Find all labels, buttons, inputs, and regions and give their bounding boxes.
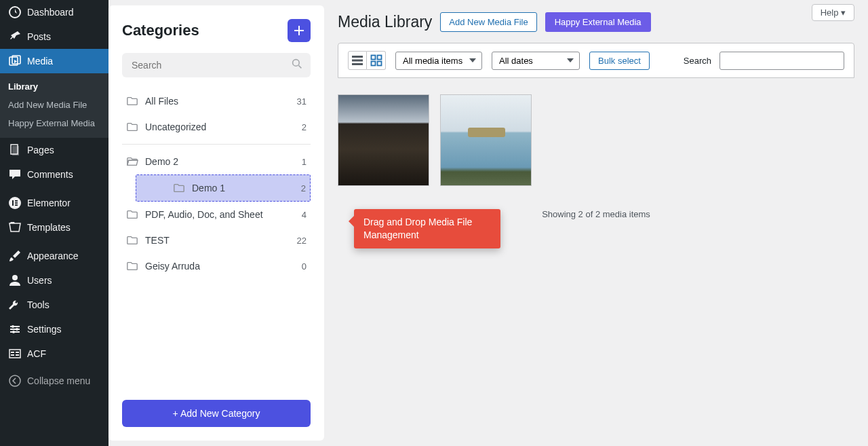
category-item[interactable]: Demo 12 <box>136 174 311 202</box>
category-label: PDF, Audio, Doc, and Sheet <box>145 209 295 220</box>
media-icon <box>8 54 22 68</box>
svg-rect-17 <box>11 352 14 353</box>
menu-label: Users <box>27 275 52 286</box>
media-grid <box>338 78 854 202</box>
folder-icon <box>126 234 138 246</box>
page-title: Media Library <box>338 13 432 31</box>
admin-sidebar: DashboardPostsMediaLibraryAdd New Media … <box>0 0 108 446</box>
svg-rect-23 <box>352 56 363 58</box>
list-icon <box>351 54 363 67</box>
svg-rect-26 <box>371 56 375 60</box>
category-count: 1 <box>302 157 307 167</box>
help-button[interactable]: Help ▾ <box>812 4 854 21</box>
menu-item-templates[interactable]: Templates <box>0 215 108 240</box>
category-label: Demo 2 <box>145 156 295 167</box>
wrench-icon <box>8 298 22 312</box>
media-search: Search <box>684 52 844 70</box>
categories-search-input[interactable] <box>122 53 311 77</box>
category-item[interactable]: Uncategorized2 <box>122 114 311 140</box>
screen-options: Help ▾ <box>812 4 854 21</box>
settings-icon <box>8 322 22 336</box>
list-view-button[interactable] <box>348 51 367 70</box>
add-new-category-button[interactable]: + Add New Category <box>122 400 311 427</box>
categories-header: Categories <box>122 19 311 42</box>
menu-item-elementor[interactable]: Elementor <box>0 191 108 215</box>
svg-rect-7 <box>15 202 18 204</box>
category-divider <box>122 144 311 145</box>
folder-icon <box>126 95 138 107</box>
category-label: All Files <box>145 96 290 107</box>
menu-item-tools[interactable]: Tools <box>0 293 108 317</box>
svg-point-14 <box>16 328 18 331</box>
category-item[interactable]: All Files31 <box>122 88 311 114</box>
folder-icon <box>173 182 185 194</box>
search-icon <box>292 58 302 72</box>
menu-item-pages[interactable]: Pages <box>0 138 108 162</box>
menu-item-settings[interactable]: Settings <box>0 317 108 341</box>
svg-point-21 <box>9 375 20 386</box>
category-item[interactable]: PDF, Audio, Doc, and Sheet4 <box>122 202 311 227</box>
collapse-icon <box>8 374 22 388</box>
add-category-icon-button[interactable] <box>288 19 311 42</box>
submenu-media: LibraryAdd New Media FileHappy External … <box>0 73 108 138</box>
menu-label: Tools <box>27 299 50 310</box>
menu-label: Media <box>27 56 53 67</box>
submenu-item-happy-external-media[interactable]: Happy External Media <box>0 114 108 132</box>
svg-rect-24 <box>352 60 363 62</box>
category-label: Uncategorized <box>145 122 295 132</box>
menu-label: Templates <box>27 222 71 233</box>
submenu-item-add-new-media-file[interactable]: Add New Media File <box>0 96 108 114</box>
media-type-filter[interactable]: All media items <box>395 52 482 70</box>
search-label: Search <box>684 56 711 66</box>
folder-icon <box>126 260 138 272</box>
categories-panel: Categories All Files31Uncategorized2Demo… <box>108 5 324 441</box>
media-item[interactable] <box>440 94 532 186</box>
media-search-input[interactable] <box>719 52 844 70</box>
grid-icon <box>370 54 382 67</box>
plus-icon <box>294 25 304 36</box>
category-count: 4 <box>302 210 307 220</box>
category-count: 2 <box>302 122 307 132</box>
menu-item-appearance[interactable]: Appearance <box>0 244 108 268</box>
page-header: Media Library Add New Media File Happy E… <box>338 0 854 43</box>
annotation-callout: Drag and Drop Media File Management <box>354 209 500 248</box>
view-toggle <box>348 51 386 70</box>
page-icon <box>8 143 22 157</box>
svg-rect-18 <box>11 354 14 356</box>
menu-item-media[interactable]: Media <box>0 49 108 73</box>
category-item[interactable]: Geisy Arruda0 <box>122 253 311 279</box>
media-item[interactable] <box>338 94 429 186</box>
menu-label: Posts <box>27 31 51 42</box>
menu-item-dashboard[interactable]: Dashboard <box>0 0 108 24</box>
svg-rect-8 <box>15 204 18 206</box>
category-label: Geisy Arruda <box>145 261 295 272</box>
folder-icon <box>126 208 138 221</box>
grid-view-button[interactable] <box>367 51 386 70</box>
category-count: 0 <box>302 261 307 272</box>
menu-label: Pages <box>27 145 54 155</box>
svg-point-9 <box>12 275 18 280</box>
menu-item-users[interactable]: Users <box>0 268 108 293</box>
collapse-menu[interactable]: Collapse menu <box>0 369 108 393</box>
category-item[interactable]: TEST22 <box>122 227 311 253</box>
svg-rect-27 <box>377 56 381 60</box>
add-new-media-button[interactable]: Add New Media File <box>440 12 536 32</box>
bulk-select-button[interactable]: Bulk select <box>589 52 650 70</box>
media-toolbar: All media items All dates Bulk select Se… <box>338 43 854 78</box>
svg-point-22 <box>293 60 300 67</box>
brush-icon <box>8 249 22 263</box>
happy-external-media-button[interactable]: Happy External Media <box>545 12 651 32</box>
svg-rect-29 <box>377 62 381 66</box>
svg-rect-16 <box>9 350 20 358</box>
svg-rect-6 <box>15 200 18 202</box>
templates-icon <box>8 221 22 234</box>
date-filter[interactable]: All dates <box>492 52 580 70</box>
submenu-item-library[interactable]: Library <box>0 77 108 96</box>
menu-item-comments[interactable]: Comments <box>0 162 108 187</box>
acf-icon <box>8 347 22 360</box>
categories-title: Categories <box>122 22 199 39</box>
menu-label: Appearance <box>27 250 79 261</box>
menu-item-posts[interactable]: Posts <box>0 24 108 49</box>
category-item[interactable]: Demo 21 <box>122 149 311 174</box>
menu-item-acf[interactable]: ACF <box>0 341 108 366</box>
